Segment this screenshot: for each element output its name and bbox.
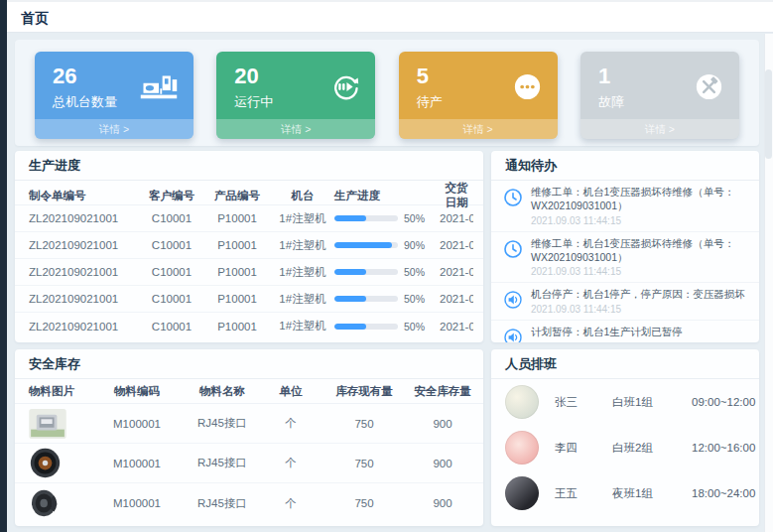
notification-item[interactable]: 维修工单：机台1变压器损坏待维修（单号：WX202109031001） 2021… <box>491 181 759 232</box>
progress-bar-fill <box>334 296 366 302</box>
notification-text: 计划暂停：机台1生产计划已暂停 <box>531 326 747 339</box>
col-product-number: 产品编号 <box>203 189 271 203</box>
staff-shift: 夜班1组 <box>612 486 692 501</box>
safety-stock-cell: 900 <box>412 418 473 430</box>
inventory-table-row: M100001 RJ45接口 个 750 900 <box>15 483 483 523</box>
progress-percent: 50% <box>404 293 425 305</box>
speaker-driver-image <box>29 448 66 479</box>
material-code-cell: M100001 <box>94 497 180 509</box>
speaker-icon <box>503 326 523 342</box>
notification-text: 维修工单：机台1变压器损坏待维修（单号：WX202109031001） <box>531 237 747 265</box>
notification-item[interactable]: 维修工单：机台1变压器损坏待维修（单号：WX202109031001） 2021… <box>491 232 759 284</box>
progress-bar-fill <box>334 242 392 248</box>
schedule-row: 李四 白班2组 12:00~16:00 <box>491 425 759 470</box>
card-running[interactable]: 20 运行中 详情 > <box>216 52 375 139</box>
current-stock-cell: 750 <box>317 418 412 430</box>
staff-name: 张三 <box>555 395 612 410</box>
waiting-detail-link[interactable]: 详情 > <box>399 119 558 139</box>
tab-home[interactable]: 首页 <box>21 10 49 28</box>
sidebar-edge <box>0 0 7 532</box>
scrollbar-thumb[interactable] <box>765 69 772 159</box>
order-number-cell: ZL202109021001 <box>29 321 140 332</box>
progress-bar <box>334 296 398 302</box>
scrollbar-track[interactable] <box>764 34 773 532</box>
production-table-row: ZL202109021001 C10001 P10001 1#注塑机 50% 2… <box>15 286 483 313</box>
notification-text: 维修工单：机台1变压器损坏待维修（单号：WX202109031001） <box>531 186 747 213</box>
progress-bar-fill <box>334 215 366 221</box>
fault-detail-link[interactable]: 详情 > <box>580 119 739 139</box>
material-code-cell: M100001 <box>94 458 180 469</box>
machine-icon <box>138 70 180 105</box>
machine-cell: 1#注塑机 <box>271 319 334 333</box>
product-number-cell: P10001 <box>203 293 271 305</box>
col-machine: 机台 <box>271 189 334 203</box>
notification-time: 2021.09.03 11:44:15 <box>531 304 747 315</box>
material-code-cell: M100001 <box>94 418 180 430</box>
top-bar: 首页 <box>7 0 773 33</box>
delivery-date-cell: 2021-09-10 <box>440 321 473 332</box>
customer-number-cell: C10001 <box>140 212 203 224</box>
safety-stock-cell: 900 <box>412 458 473 469</box>
order-number-cell: ZL202109021001 <box>29 239 140 251</box>
notifications-panel: 通知待办 维修工单：机台1变压器损坏待维修（单号：WX202109031001）… <box>491 151 759 342</box>
delivery-date-cell: 2021-09-10 <box>440 212 473 224</box>
total-machines-label: 总机台数量 <box>53 93 117 111</box>
avatar <box>505 431 539 465</box>
tools-icon <box>693 70 725 107</box>
card-fault[interactable]: 1 故障 详情 > <box>580 52 739 139</box>
inventory-table-header: 物料图片 物料编码 物料名称 单位 库存现有量 安全库存量 <box>15 379 483 404</box>
progress-cell: 90% <box>334 239 440 251</box>
progress-bar-fill <box>334 269 366 275</box>
production-table-header: 制令单编号 客户编号 产品编号 机台 生产进度 交货日期 <box>15 181 483 205</box>
safety-stock-panel: 安全库存 物料图片 物料编码 物料名称 单位 库存现有量 安全库存量 M1000… <box>15 349 483 526</box>
order-number-cell: ZL202109021001 <box>29 212 140 224</box>
safety-stock-cell: 900 <box>412 497 473 509</box>
material-name-cell: RJ45接口 <box>180 416 265 431</box>
col-delivery-date: 交货日期 <box>440 181 473 210</box>
notification-item[interactable]: 计划暂停：机台1生产计划已暂停 2021.09.03 11:44:15 <box>491 321 759 342</box>
production-progress-panel: 生产进度 制令单编号 客户编号 产品编号 机台 生产进度 交货日期 ZL2021… <box>15 151 483 342</box>
card-waiting[interactable]: 5 待产 详情 > <box>399 52 558 139</box>
clock-icon <box>503 237 523 278</box>
fault-label: 故障 <box>598 93 624 111</box>
production-table-row: ZL202109021001 C10001 P10001 1#注塑机 50% 2… <box>15 205 483 232</box>
card-body: 5 待产 <box>399 52 558 111</box>
col-customer-number: 客户编号 <box>140 189 203 203</box>
notification-text: 机台停产：机台1停产，停产原因：变压器损坏 <box>531 288 747 302</box>
production-table-row: ZL202109021001 C10001 P10001 1#注塑机 50% 2… <box>15 259 483 286</box>
col-order-number: 制令单编号 <box>29 189 140 203</box>
staff-schedule-panel: 人员排班 张三 白班1组 09:00~12:00 李四 白班2组 12:00~1… <box>491 349 759 526</box>
schedule-row: 王五 夜班1组 18:00~24:00 <box>491 470 759 516</box>
progress-bar <box>334 215 398 221</box>
machine-cell: 1#注塑机 <box>271 238 334 253</box>
card-total-machines[interactable]: 26 总机台数量 详情 > <box>35 52 193 139</box>
progress-cell: 50% <box>334 212 440 224</box>
col-material-code: 物料编码 <box>94 384 180 399</box>
avatar <box>505 476 539 510</box>
notification-item[interactable]: 机台停产：机台1停产，停产原因：变压器损坏 2021.09.03 11:44:1… <box>491 283 759 321</box>
col-material-image: 物料图片 <box>29 384 94 399</box>
product-number-cell: P10001 <box>203 321 271 332</box>
staff-shift: 白班2组 <box>612 441 692 456</box>
notifications-panel-title: 通知待办 <box>491 151 759 181</box>
delivery-date-cell: 2021-09-10 <box>440 239 473 251</box>
staff-name: 王五 <box>555 486 612 501</box>
shift-time: 12:00~16:00 <box>692 442 755 454</box>
staff-shift: 白班1组 <box>612 395 692 410</box>
unit-cell: 个 <box>265 496 317 511</box>
progress-bar-fill <box>334 324 366 330</box>
running-detail-link[interactable]: 详情 > <box>216 119 375 139</box>
running-value: 20 <box>234 65 273 88</box>
machine-cell: 1#注塑机 <box>271 211 334 226</box>
notification-time: 2021.09.03 11:44:15 <box>531 266 747 277</box>
staff-name: 李四 <box>555 441 612 456</box>
delivery-date-cell: 2021-09-10 <box>440 293 473 305</box>
running-label: 运行中 <box>234 93 273 111</box>
progress-bar <box>334 269 398 275</box>
cycle-icon <box>328 70 361 107</box>
progress-bar <box>334 242 398 248</box>
progress-percent: 50% <box>404 321 425 332</box>
delivery-date-cell: 2021-09-10 <box>440 266 473 278</box>
total-machines-detail-link[interactable]: 详情 > <box>35 119 193 139</box>
unit-cell: 个 <box>265 456 317 470</box>
